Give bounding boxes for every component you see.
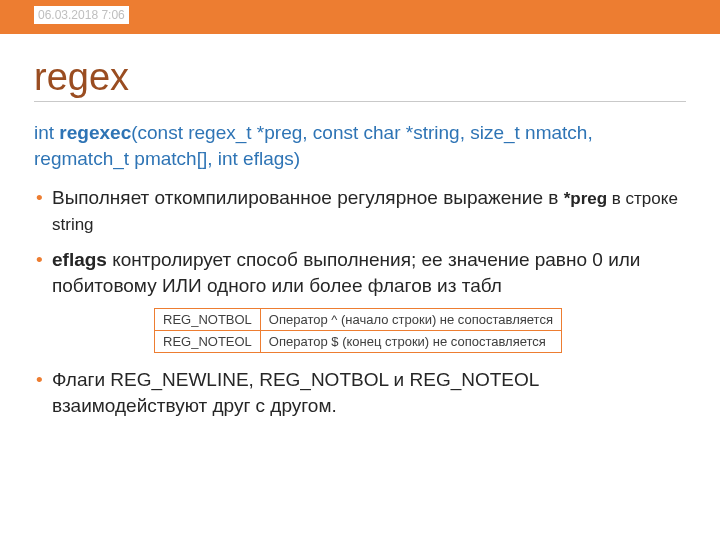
bullet-strong: *preg (564, 189, 607, 208)
timestamp: 06.03.2018 7:06 (34, 6, 129, 24)
flag-desc: Оператор $ (конец строки) не сопоставляе… (260, 331, 561, 353)
table-row: REG_NOTEOL Оператор $ (конец строки) не … (155, 331, 562, 353)
bullet-item: Выполняет откомпилированное регулярное в… (34, 185, 686, 237)
bullet-list: Флаги REG_NEWLINE, REG_NOTBOL и REG_NOTE… (34, 367, 686, 418)
sig-name: regexec (59, 122, 131, 143)
bullet-text: Флаги REG_NEWLINE, REG_NOTBOL и REG_NOTE… (52, 369, 539, 416)
table-row: REG_NOTBOL Оператор ^ (начало строки) не… (155, 309, 562, 331)
bullet-item: eflags контролирует способ выполнения; е… (34, 247, 686, 298)
slide-body: regex int regexec(const regex_t *preg, c… (0, 34, 720, 419)
bullet-strong: eflags (52, 249, 107, 270)
bullet-item: Флаги REG_NEWLINE, REG_NOTBOL и REG_NOTE… (34, 367, 686, 418)
flag-name: REG_NOTBOL (155, 309, 261, 331)
bullet-list: Выполняет откомпилированное регулярное в… (34, 185, 686, 298)
function-signature: int regexec(const regex_t *preg, const c… (34, 120, 686, 171)
bullet-text: контролирует способ выполнения; ее значе… (52, 249, 640, 296)
flags-table: REG_NOTBOL Оператор ^ (начало строки) не… (154, 308, 562, 353)
bullet-text: Выполняет откомпилированное регулярное в… (52, 187, 564, 208)
slide-title: regex (34, 56, 686, 102)
flag-name: REG_NOTEOL (155, 331, 261, 353)
sig-return: int (34, 122, 59, 143)
flag-desc: Оператор ^ (начало строки) не сопоставля… (260, 309, 561, 331)
